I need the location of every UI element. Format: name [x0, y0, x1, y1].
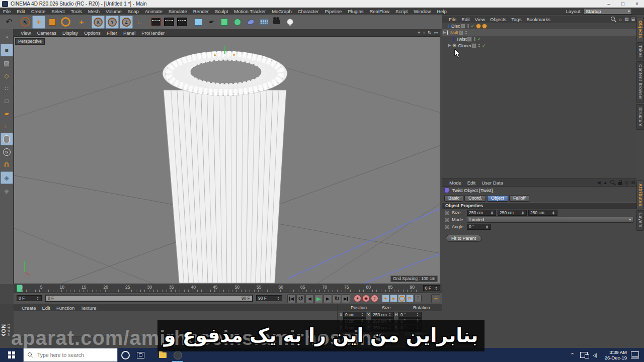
polygons-mode-button[interactable]: ▰	[1, 108, 13, 119]
object-name[interactable]: Null	[450, 30, 458, 35]
light-button[interactable]	[284, 16, 296, 28]
visibility-dots[interactable]	[467, 24, 469, 28]
viewport-view-label[interactable]: Perspective	[15, 38, 45, 45]
object-name[interactable]: Cloner	[458, 43, 471, 48]
goto-start-button[interactable]: ◀	[287, 294, 296, 303]
home-icon[interactable]: ⌂	[619, 17, 622, 22]
menu-item[interactable]: Volume	[103, 9, 125, 14]
search-icon[interactable]	[611, 17, 616, 22]
timeline-end-frame-field[interactable]: 0 F	[423, 285, 440, 291]
menu-item[interactable]: Pipeline	[321, 9, 345, 14]
render-picture-viewer-button[interactable]	[163, 16, 175, 28]
viewport-menu-item[interactable]: View	[18, 30, 34, 36]
snap-button[interactable]: S	[1, 146, 13, 158]
expander-icon[interactable]: −	[443, 31, 446, 34]
material-menu-item[interactable]: Texture	[77, 305, 99, 311]
visibility-dots[interactable]	[478, 44, 480, 48]
keying-options-button[interactable]: ⠿	[414, 295, 422, 302]
menu-item[interactable]: Animate	[142, 9, 166, 14]
range-end-field[interactable]: 90 F	[256, 295, 282, 301]
viewport-menu-item[interactable]: Options	[81, 30, 104, 36]
lock-icon[interactable]	[618, 182, 622, 185]
filter-icon[interactable]: ▤	[624, 17, 629, 22]
cortana-button[interactable]	[118, 348, 133, 362]
object-manager-menu-item[interactable]: Bookmarks	[524, 17, 553, 22]
menu-item[interactable]: Plugins	[345, 9, 366, 14]
timeline-options-button[interactable]: ☰	[431, 294, 440, 303]
scale-tool-button[interactable]	[46, 16, 58, 28]
menu-item[interactable]: RealFlow	[366, 9, 392, 14]
menu-item[interactable]: Mesh	[85, 9, 103, 14]
camera-button[interactable]	[271, 16, 283, 28]
axis-mode-button[interactable]: ∟	[1, 120, 13, 132]
make-editable-button[interactable]: ◔	[1, 31, 13, 43]
add-primitive-button[interactable]	[192, 16, 204, 28]
timeline-range-slider[interactable]: 0 F 90 F	[45, 295, 253, 302]
stepper[interactable]	[36, 296, 40, 301]
taskbar-clock[interactable]: 3:39 AM 26-Dec-19	[605, 349, 627, 360]
floor-objects-button[interactable]	[258, 16, 270, 28]
points-mode-button[interactable]: ∷	[1, 82, 13, 94]
material-menu-item[interactable]: Function	[53, 305, 77, 311]
material-menu-item[interactable]: Edit	[39, 305, 53, 311]
volume-icon[interactable]: ◃)	[590, 352, 601, 358]
zoom-view-icon[interactable]: ↕	[423, 30, 425, 35]
workplane-lock-button[interactable]: ◈	[1, 185, 13, 197]
viewport-menu-item[interactable]: Panel	[120, 30, 138, 36]
menu-item[interactable]: Snap	[125, 9, 142, 14]
layer-chip[interactable]: ∕	[471, 43, 476, 48]
spline-primitives-button[interactable]	[245, 16, 257, 28]
last-tool-button[interactable]: +	[75, 16, 88, 28]
tab-takes[interactable]: Takes	[636, 42, 644, 61]
layer-chip[interactable]: ∕	[460, 24, 465, 29]
position-field[interactable]: 0 cm	[343, 312, 366, 318]
previous-key-button[interactable]: ↺	[296, 294, 305, 303]
viewport-menu-item[interactable]: ProRender	[138, 30, 168, 36]
deformers-button[interactable]	[231, 16, 244, 28]
object-manager-menu-item[interactable]: File	[446, 17, 459, 22]
menu-item[interactable]: MoGraph	[269, 9, 295, 14]
menu-item[interactable]: Edit	[14, 9, 28, 14]
close-button[interactable]: ×	[630, 1, 644, 7]
generators-button[interactable]	[218, 16, 230, 28]
maximize-button[interactable]: □	[616, 1, 630, 7]
move-tool-button[interactable]: +	[32, 16, 45, 29]
viewport-menu-item[interactable]: Cameras	[34, 30, 59, 36]
tweak-mode-button[interactable]	[1, 133, 13, 145]
current-frame-field[interactable]: 0 F	[17, 295, 42, 301]
object-properties-section[interactable]: Object Properties	[442, 202, 636, 209]
fit-to-parent-button[interactable]: Fit to Parent	[446, 235, 481, 242]
tab-layers[interactable]: Layers	[636, 210, 644, 231]
tab-structure[interactable]: Structure	[636, 104, 644, 130]
workplane-snap-button[interactable]: ◈	[1, 171, 13, 184]
workplane-mode-button[interactable]: ◇	[1, 70, 13, 81]
material-menu-item[interactable]: Create	[19, 305, 39, 311]
minimize-button[interactable]: –	[602, 1, 616, 7]
live-selection-button[interactable]: ↖	[19, 16, 31, 28]
layer-chip[interactable]: ∕	[467, 37, 472, 42]
start-button[interactable]	[0, 348, 23, 362]
enabled-check-icon[interactable]: ✓	[482, 43, 486, 48]
animation-dot[interactable]	[445, 211, 449, 215]
enabled-check-icon[interactable]: ✓	[471, 24, 475, 29]
attribute-menu-item[interactable]: User Data	[478, 180, 506, 186]
tab-content-browser[interactable]: Content Browser	[636, 61, 644, 103]
maximize-view-icon[interactable]: ▭	[434, 30, 438, 35]
undo-button[interactable]: ↶	[3, 16, 15, 28]
previous-frame-button[interactable]: ◀	[305, 294, 314, 303]
enabled-check-icon[interactable]: ✓	[477, 37, 481, 42]
key-position-toggle[interactable]: +	[382, 295, 389, 302]
object-name[interactable]: Disc	[451, 24, 460, 29]
visibility-dots[interactable]	[474, 37, 475, 41]
tab-attributes[interactable]: Attributes	[636, 180, 644, 209]
object-row-null[interactable]: − Null ∕	[442, 29, 636, 36]
key-parameter-toggle[interactable]: P	[406, 295, 414, 302]
angle-field[interactable]: 0 °	[467, 224, 491, 230]
stepper[interactable]	[276, 296, 280, 301]
viewport-canvas[interactable]: Perspective Grid Spacing : 100 cm	[14, 37, 440, 284]
layout-select[interactable]: Startup ▾	[584, 8, 632, 15]
enable-snap-button[interactable]: U	[1, 159, 13, 170]
coordinate-system-button[interactable]: ∟	[134, 16, 146, 28]
object-name[interactable]: Twist	[456, 37, 467, 42]
tag-icon[interactable]	[482, 24, 487, 29]
